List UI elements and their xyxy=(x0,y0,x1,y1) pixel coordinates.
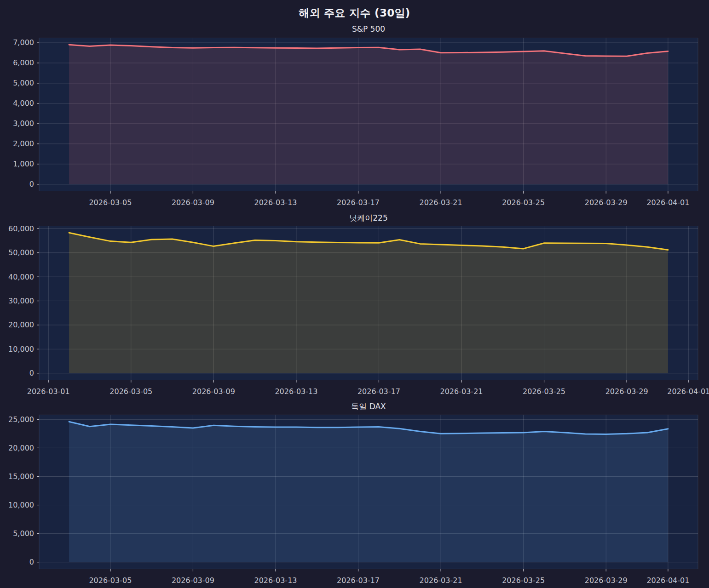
x-tick-label: 2026-03-29 xyxy=(585,198,628,207)
y-tick-label: 0 xyxy=(29,369,34,377)
y-tick-label: 6,000 xyxy=(13,58,34,67)
x-tick-label: 2026-03-25 xyxy=(502,198,545,207)
x-tick-label: 2026-03-09 xyxy=(172,576,214,585)
x-tick-label: 2026-03-17 xyxy=(337,576,380,585)
x-tick-label: 2026-03-13 xyxy=(275,387,317,396)
y-tick-label: 0 xyxy=(29,180,34,188)
x-tick-label: 2026-04-01 xyxy=(646,576,689,585)
y-tick-label: 15,000 xyxy=(8,472,34,481)
chart-dax: 05,00010,00015,00020,00025,0002026-03-05… xyxy=(0,415,709,588)
chart-title-sp500: S&P 500 xyxy=(39,24,698,34)
y-tick-label: 30,000 xyxy=(8,297,34,305)
y-tick-label: 10,000 xyxy=(8,501,34,509)
x-tick-label: 2026-03-05 xyxy=(89,198,132,207)
x-tick-label: 2026-03-25 xyxy=(523,387,565,396)
x-tick-label: 2026-03-21 xyxy=(440,387,483,396)
x-tick-label: 2026-03-17 xyxy=(357,387,400,396)
y-tick-label: 3,000 xyxy=(13,119,34,128)
y-tick-label: 7,000 xyxy=(13,38,34,47)
x-tick-label: 2026-04-01 xyxy=(667,387,709,396)
chart-sp500: 01,0002,0003,0004,0005,0006,0007,0002026… xyxy=(0,38,709,212)
x-tick-label: 2026-03-09 xyxy=(192,387,235,396)
y-tick-label: 5,000 xyxy=(13,79,34,87)
x-tick-label: 2026-03-13 xyxy=(254,576,297,585)
y-tick-label: 5,000 xyxy=(13,529,34,538)
x-tick-label: 2026-03-21 xyxy=(420,576,462,585)
x-tick-label: 2026-03-29 xyxy=(605,387,648,396)
figure-title: 해외 주요 지수 (30일) xyxy=(0,6,709,20)
x-tick-label: 2026-03-05 xyxy=(110,387,152,396)
y-tick-label: 20,000 xyxy=(8,444,34,452)
figure: 해외 주요 지수 (30일) S&P 500 01,0002,0003,0004… xyxy=(0,0,709,588)
x-tick-label: 2026-03-29 xyxy=(585,576,628,585)
chart-nikkei225: 010,00020,00030,00040,00050,00060,000202… xyxy=(0,226,709,401)
y-tick-label: 4,000 xyxy=(13,99,34,108)
y-tick-label: 60,000 xyxy=(8,226,34,233)
area-fill xyxy=(69,45,668,184)
y-tick-label: 0 xyxy=(29,558,34,566)
area-fill xyxy=(69,233,668,373)
y-tick-label: 2,000 xyxy=(13,139,34,148)
x-tick-label: 2026-03-01 xyxy=(27,387,70,396)
y-tick-label: 25,000 xyxy=(8,415,34,424)
x-tick-label: 2026-03-25 xyxy=(502,576,545,585)
y-tick-label: 10,000 xyxy=(8,345,34,354)
area-fill xyxy=(69,422,668,562)
y-tick-label: 50,000 xyxy=(8,248,34,257)
x-tick-label: 2026-03-05 xyxy=(89,576,132,585)
y-tick-label: 40,000 xyxy=(8,273,34,281)
x-tick-label: 2026-03-21 xyxy=(420,198,462,207)
x-tick-label: 2026-03-09 xyxy=(172,198,214,207)
x-tick-label: 2026-03-13 xyxy=(254,198,297,207)
x-tick-label: 2026-03-17 xyxy=(337,198,380,207)
chart-title-nikkei225: 닛케이225 xyxy=(39,213,698,223)
x-tick-label: 2026-04-01 xyxy=(646,198,689,207)
y-tick-label: 1,000 xyxy=(13,160,34,168)
y-tick-label: 20,000 xyxy=(8,320,34,329)
chart-title-dax: 독일 DAX xyxy=(39,401,698,412)
